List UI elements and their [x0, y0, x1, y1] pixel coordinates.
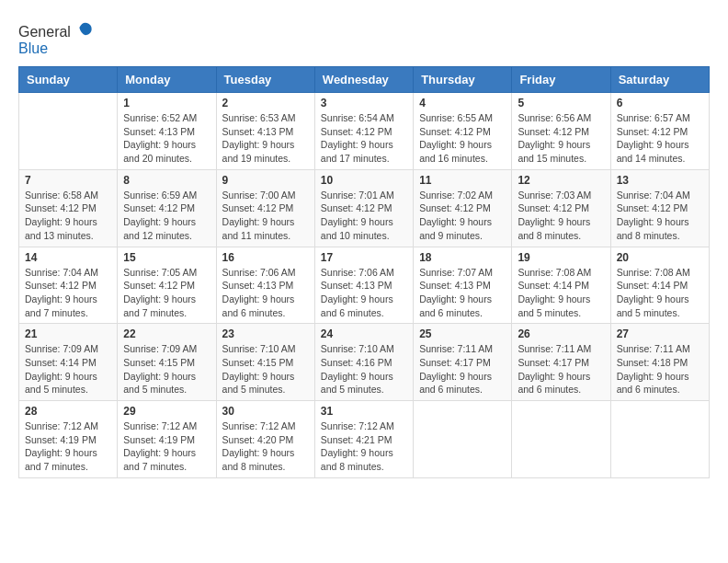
calendar-cell: 7Sunrise: 6:58 AMSunset: 4:12 PMDaylight…: [19, 169, 118, 247]
calendar-cell: 25Sunrise: 7:11 AMSunset: 4:17 PMDayligh…: [414, 324, 512, 401]
calendar-cell: 31Sunrise: 7:12 AMSunset: 4:21 PMDayligh…: [314, 401, 413, 478]
calendar-cell: 16Sunrise: 7:06 AMSunset: 4:13 PMDayligh…: [216, 247, 314, 324]
day-info: Sunrise: 7:10 AMSunset: 4:16 PMDaylight:…: [321, 342, 407, 396]
day-number: 4: [419, 97, 506, 109]
day-number: 7: [25, 174, 111, 187]
day-info: Sunrise: 7:12 AMSunset: 4:21 PMDaylight:…: [321, 419, 407, 474]
day-number: 26: [518, 327, 604, 340]
day-number: 27: [617, 327, 703, 340]
day-number: 31: [321, 405, 407, 418]
day-info: Sunrise: 7:08 AMSunset: 4:14 PMDaylight:…: [617, 266, 703, 320]
calendar-body: 1Sunrise: 6:52 AMSunset: 4:13 PMDaylight…: [19, 93, 710, 478]
calendar-header-row: SundayMondayTuesdayWednesdayThursdayFrid…: [19, 67, 710, 93]
day-number: 1: [123, 97, 210, 109]
day-info: Sunrise: 6:59 AMSunset: 4:12 PMDaylight:…: [123, 189, 210, 243]
day-number: 14: [25, 251, 111, 264]
calendar-cell: 17Sunrise: 7:06 AMSunset: 4:13 PMDayligh…: [314, 247, 413, 324]
calendar-cell: 2Sunrise: 6:53 AMSunset: 4:13 PMDaylight…: [216, 93, 314, 170]
day-number: 23: [222, 327, 309, 340]
logo-blue-text: Blue: [18, 40, 48, 56]
day-number: 16: [222, 251, 309, 264]
calendar-cell: 29Sunrise: 7:12 AMSunset: 4:19 PMDayligh…: [118, 401, 216, 478]
calendar-cell: 3Sunrise: 6:54 AMSunset: 4:12 PMDaylight…: [314, 93, 413, 170]
calendar-cell: 27Sunrise: 7:11 AMSunset: 4:18 PMDayligh…: [610, 324, 709, 401]
day-number: 6: [617, 97, 703, 109]
calendar-cell: 23Sunrise: 7:10 AMSunset: 4:15 PMDayligh…: [216, 324, 314, 401]
calendar-week-row: 14Sunrise: 7:04 AMSunset: 4:12 PMDayligh…: [19, 247, 710, 324]
day-info: Sunrise: 7:03 AMSunset: 4:12 PMDaylight:…: [518, 189, 604, 243]
calendar-cell: 22Sunrise: 7:09 AMSunset: 4:15 PMDayligh…: [118, 324, 216, 401]
logo-icon: [76, 18, 95, 37]
calendar-cell: [610, 401, 709, 478]
weekday-header: Tuesday: [216, 67, 314, 93]
day-number: 11: [419, 174, 506, 187]
calendar-cell: 9Sunrise: 7:00 AMSunset: 4:12 PMDaylight…: [216, 169, 314, 247]
day-number: 13: [617, 174, 703, 187]
logo: General Blue: [18, 18, 95, 57]
weekday-header: Sunday: [19, 67, 118, 93]
day-info: Sunrise: 7:10 AMSunset: 4:15 PMDaylight:…: [222, 342, 309, 396]
day-info: Sunrise: 7:00 AMSunset: 4:12 PMDaylight:…: [222, 189, 309, 243]
day-info: Sunrise: 7:07 AMSunset: 4:13 PMDaylight:…: [419, 266, 506, 320]
calendar-cell: [512, 401, 610, 478]
calendar-week-row: 1Sunrise: 6:52 AMSunset: 4:13 PMDaylight…: [19, 93, 710, 170]
day-info: Sunrise: 7:06 AMSunset: 4:13 PMDaylight:…: [321, 266, 407, 320]
day-number: 21: [25, 327, 111, 340]
logo-general-text: General: [18, 24, 71, 40]
day-info: Sunrise: 7:09 AMSunset: 4:15 PMDaylight:…: [123, 342, 210, 396]
calendar-cell: 8Sunrise: 6:59 AMSunset: 4:12 PMDaylight…: [118, 169, 216, 247]
day-info: Sunrise: 7:02 AMSunset: 4:12 PMDaylight:…: [419, 189, 506, 243]
day-number: 24: [321, 327, 407, 340]
calendar-week-row: 21Sunrise: 7:09 AMSunset: 4:14 PMDayligh…: [19, 324, 710, 401]
day-number: 5: [518, 97, 604, 109]
day-info: Sunrise: 6:53 AMSunset: 4:13 PMDaylight:…: [222, 111, 309, 166]
day-info: Sunrise: 7:12 AMSunset: 4:19 PMDaylight:…: [123, 419, 210, 474]
day-info: Sunrise: 7:11 AMSunset: 4:17 PMDaylight:…: [518, 342, 604, 396]
day-number: 12: [518, 174, 604, 187]
day-number: 30: [222, 405, 309, 418]
weekday-header: Thursday: [414, 67, 512, 93]
calendar-cell: 13Sunrise: 7:04 AMSunset: 4:12 PMDayligh…: [610, 169, 709, 247]
day-info: Sunrise: 6:56 AMSunset: 4:12 PMDaylight:…: [518, 111, 604, 166]
calendar-table: SundayMondayTuesdayWednesdayThursdayFrid…: [18, 66, 710, 478]
calendar-cell: 4Sunrise: 6:55 AMSunset: 4:12 PMDaylight…: [414, 93, 512, 170]
day-info: Sunrise: 7:06 AMSunset: 4:13 PMDaylight:…: [222, 266, 309, 320]
day-number: 19: [518, 251, 604, 264]
day-number: 8: [123, 174, 210, 187]
calendar-cell: 26Sunrise: 7:11 AMSunset: 4:17 PMDayligh…: [512, 324, 610, 401]
calendar-cell: 20Sunrise: 7:08 AMSunset: 4:14 PMDayligh…: [610, 247, 709, 324]
page-header: General Blue: [18, 18, 710, 57]
calendar-cell: [414, 401, 512, 478]
weekday-header: Friday: [512, 67, 610, 93]
calendar-cell: 10Sunrise: 7:01 AMSunset: 4:12 PMDayligh…: [314, 169, 413, 247]
calendar-cell: 6Sunrise: 6:57 AMSunset: 4:12 PMDaylight…: [610, 93, 709, 170]
day-number: 17: [321, 251, 407, 264]
weekday-header: Saturday: [610, 67, 709, 93]
day-info: Sunrise: 6:54 AMSunset: 4:12 PMDaylight:…: [321, 111, 407, 166]
day-info: Sunrise: 7:09 AMSunset: 4:14 PMDaylight:…: [25, 342, 111, 396]
day-number: 25: [419, 327, 506, 340]
day-info: Sunrise: 6:57 AMSunset: 4:12 PMDaylight:…: [617, 111, 703, 166]
day-info: Sunrise: 6:58 AMSunset: 4:12 PMDaylight:…: [25, 189, 111, 243]
day-info: Sunrise: 7:08 AMSunset: 4:14 PMDaylight:…: [518, 266, 604, 320]
day-info: Sunrise: 7:12 AMSunset: 4:19 PMDaylight:…: [25, 419, 111, 474]
calendar-cell: 14Sunrise: 7:04 AMSunset: 4:12 PMDayligh…: [19, 247, 118, 324]
day-number: 9: [222, 174, 309, 187]
day-number: 29: [123, 405, 210, 418]
day-info: Sunrise: 7:11 AMSunset: 4:18 PMDaylight:…: [617, 342, 703, 396]
calendar-cell: 21Sunrise: 7:09 AMSunset: 4:14 PMDayligh…: [19, 324, 118, 401]
calendar-cell: 18Sunrise: 7:07 AMSunset: 4:13 PMDayligh…: [414, 247, 512, 324]
weekday-header: Monday: [118, 67, 216, 93]
day-info: Sunrise: 7:04 AMSunset: 4:12 PMDaylight:…: [617, 189, 703, 243]
calendar-week-row: 28Sunrise: 7:12 AMSunset: 4:19 PMDayligh…: [19, 401, 710, 478]
day-number: 15: [123, 251, 210, 264]
calendar-cell: [19, 93, 118, 170]
calendar-week-row: 7Sunrise: 6:58 AMSunset: 4:12 PMDaylight…: [19, 169, 710, 247]
day-info: Sunrise: 7:11 AMSunset: 4:17 PMDaylight:…: [419, 342, 506, 396]
day-info: Sunrise: 7:01 AMSunset: 4:12 PMDaylight:…: [321, 189, 407, 243]
calendar-cell: 1Sunrise: 6:52 AMSunset: 4:13 PMDaylight…: [118, 93, 216, 170]
day-info: Sunrise: 7:05 AMSunset: 4:12 PMDaylight:…: [123, 266, 210, 320]
day-info: Sunrise: 7:04 AMSunset: 4:12 PMDaylight:…: [25, 266, 111, 320]
day-number: 3: [321, 97, 407, 109]
day-info: Sunrise: 7:12 AMSunset: 4:20 PMDaylight:…: [222, 419, 309, 474]
